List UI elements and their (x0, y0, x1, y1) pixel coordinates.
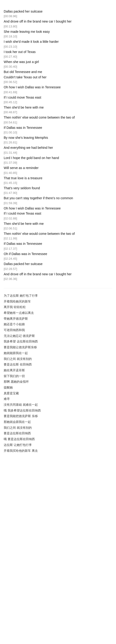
lyric-timestamp: [00:48.87] (4, 110, 112, 114)
lyric-timestamp: [00:18.10] (4, 35, 112, 38)
lyric-item: Will serve as a reminder[01:40.85] (4, 165, 112, 174)
lyric-text: Then nothin' else would come between the… (4, 116, 75, 119)
lyric-timestamp: [00:36.52] (4, 80, 112, 84)
lyric-item: And drove off in the brand new car I bou… (4, 19, 112, 28)
translation-line: 她就能跟我在一起 (4, 350, 112, 356)
lyrics-section: Dallas packed her suitcase[00:08.96]And … (4, 9, 112, 280)
lyric-item: And everything we had behind her[01:31.4… (4, 145, 112, 154)
lyric-timestamp: [01:47.90] (4, 191, 112, 194)
lyric-item: Then she'd be here with me[00:48.87] (4, 105, 112, 114)
translation-line: 难寻 (4, 396, 112, 402)
lyric-text: And drove off in the brand new car I bou… (4, 272, 71, 276)
translation-line: 哦 我多希望达拉斯在田纳西 (4, 408, 112, 414)
translation-line: 离开我 轻轻松松 (4, 304, 112, 310)
lyric-text: Couldn't take Texas out of her (4, 75, 47, 79)
lyric-text: If I could move Texas east (4, 96, 41, 99)
lyric-text: But you can't stay together if there's n… (4, 196, 73, 200)
translation-line: 提醒她 (4, 385, 112, 390)
translation-line: 那啊 愿她的金指环 (4, 379, 112, 385)
lyric-timestamp: [01:45.15] (4, 181, 112, 184)
lyric-item: Oh how I wish Dallas was in Tennessee[00… (4, 85, 112, 94)
lyric-timestamp: [00:13.80] (4, 25, 112, 28)
lyric-item: That's very seldom found[01:47.90] (4, 186, 112, 194)
lyric-item: And drove off in the brand new car I bou… (4, 272, 112, 280)
lyric-text: If I could move Texas east (4, 212, 41, 215)
lyric-text: If Dallas was in Tennessee (4, 126, 42, 130)
lyric-timestamp: [00:08.96] (4, 14, 112, 18)
lyric-timestamp: [01:37.09] (4, 161, 112, 164)
translation-line: 留下我们的一切 (4, 374, 112, 379)
lyric-timestamp: [02:28.57] (4, 267, 112, 270)
lyric-item: But old Tennessee and me (4, 69, 112, 74)
translation-line: 要是达拉斯在田纳西 (4, 430, 112, 436)
translation-line: 她还是个小姑娘 (4, 322, 112, 327)
lyric-item: Dallas packed her suitcase[02:28.57] (4, 261, 112, 270)
lyric-timestamp: [02:06.51] (4, 227, 112, 230)
lyric-text: When she was just a girl (4, 60, 39, 64)
translation-line: 哦 要是达拉斯在田纳西 (4, 436, 112, 442)
lyric-timestamp: [01:00.10] (4, 131, 112, 134)
lyric-item: If I could move Texas east[00:45.12] (4, 95, 112, 104)
lyric-timestamp: [01:31.44] (4, 151, 112, 154)
lyric-text: That's very seldom found (4, 186, 40, 190)
lyric-item: She made leaving me look easy[00:18.10] (4, 29, 112, 38)
translation-line: 我多希望 达拉斯在田纳西 (4, 339, 112, 344)
lyric-text: She made leaving me look easy (4, 30, 50, 34)
translation-line: 可老田纳西和我 (4, 327, 112, 333)
lyric-timestamp: [01:26.81] (4, 141, 112, 144)
translation-line: 无法让她忘记 德克萨斯 (4, 333, 112, 339)
lyric-item: Oh if Dallas was in Tennessee[02:24.45] (4, 251, 112, 260)
lyric-text: Oh if Dallas was in Tennessee (4, 252, 47, 256)
lyric-text: I wish she'd made it look a little harde… (4, 40, 59, 44)
lyric-timestamp: [02:02.88] (4, 217, 112, 220)
lyric-text: Dallas packed her suitcase (4, 262, 42, 266)
translation-line: 达拉斯 让她打包行李 (4, 442, 112, 448)
lyric-timestamp: [01:59.39] (4, 201, 112, 205)
lyric-item: If Dallas was in Tennessee[02:17.37] (4, 241, 112, 250)
lyric-item: I took her out of Texas[00:27.40] (4, 49, 112, 58)
lyric-text: Dallas packed her suitcase (4, 10, 42, 13)
lyric-timestamp: [00:54.61] (4, 121, 112, 124)
lyric-item: Then nothin' else would come between the… (4, 231, 112, 240)
translation-line: 要是我能把德克萨斯 东移 (4, 413, 112, 419)
translation-line: 真爱是宝藏 (4, 390, 112, 396)
lyric-item: But you can't stay together if there's n… (4, 196, 112, 204)
translation-line: 为了达拉斯 她打包了行李 (4, 293, 112, 299)
translation-section: 为了达拉斯 她打包了行李开着我给她买的新车离开我 轻轻松松希望她有一点难以离去带… (4, 288, 112, 454)
lyric-text: Will serve as a reminder (4, 166, 38, 170)
translation-line: 带她离开德克萨斯 (4, 316, 112, 322)
lyric-item: Couldn't take Texas out of her[00:36.52] (4, 75, 112, 84)
lyric-timestamp: [02:17.37] (4, 247, 112, 250)
translation-line: 要是达拉斯 在田纳西 (4, 362, 112, 368)
lyric-item: Then she'd be here with me[02:06.51] (4, 221, 112, 230)
lyric-text: Oh how I wish Dallas was in Tennessee (4, 85, 61, 89)
translation-line: 我们之间 就没有别的 (4, 356, 112, 362)
lyric-item: Lord I hope the gold band on her hand[01… (4, 155, 112, 164)
lyric-text: Oh how I wish Dallas was in Tennessee (4, 206, 61, 210)
translation-line: 开着我买给他的新车 离去 (4, 448, 112, 454)
lyric-timestamp: [00:30.40] (4, 65, 112, 68)
lyric-text: And drove off in the brand new car I bou… (4, 20, 71, 23)
lyric-text: If Dallas was in Tennessee (4, 242, 42, 246)
lyric-item: If Dallas was in Tennessee[01:00.10] (4, 125, 112, 134)
lyric-timestamp: [00:45.12] (4, 100, 112, 104)
translation-line: 我们之间 就没有别的 (4, 425, 112, 431)
lyric-timestamp: [01:40.85] (4, 171, 112, 174)
lyric-timestamp: [00:23.10] (4, 45, 112, 48)
translation-line: 她在离开孟菲斯 (4, 368, 112, 374)
lyric-text: Then she'd be here with me (4, 222, 44, 226)
lyric-timestamp: [02:24.45] (4, 257, 112, 260)
lyric-item: If I could move Texas east[02:02.88] (4, 211, 112, 220)
translation-line: 希望她有一点难以离去 (4, 310, 112, 316)
lyric-text: And everything we had behind her (4, 146, 53, 150)
lyric-text: That true love is a treasure (4, 176, 42, 180)
lyric-text: Then nothin' else would come between the… (4, 232, 75, 236)
lyric-text: But old Tennessee and me (4, 70, 42, 74)
lyric-timestamp: [00:27.40] (4, 55, 112, 58)
lyric-item: Then nothin' else would come between the… (4, 115, 112, 124)
lyric-item: Dallas packed her suitcase[00:08.96] (4, 9, 112, 18)
translation-line: 要是我能让德克萨斯东移 (4, 344, 112, 350)
lyric-timestamp: [00:41.69] (4, 90, 112, 94)
lyric-text: By now she's leaving Memphis (4, 136, 48, 140)
lyric-text: I took her out of Texas (4, 50, 36, 54)
